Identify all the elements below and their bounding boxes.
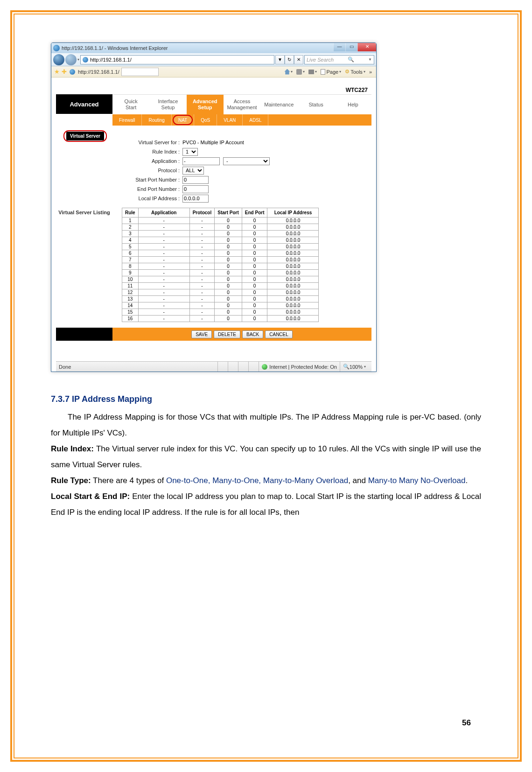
forward-button[interactable] <box>65 54 77 65</box>
save-button[interactable]: SAVE <box>191 330 212 338</box>
minimize-button[interactable]: — <box>333 43 345 51</box>
protocol-select[interactable]: ALL <box>182 167 204 175</box>
table-cell: - <box>138 309 189 316</box>
table-cell: 0 <box>215 289 242 296</box>
table-cell: - <box>189 244 215 250</box>
feed-icon <box>296 69 302 75</box>
table-row[interactable]: 13--000.0.0.0 <box>122 296 319 302</box>
table-cell: 10 <box>122 276 139 283</box>
table-cell: - <box>189 289 215 296</box>
print-button[interactable]: ▾ <box>307 70 318 74</box>
status-zoom[interactable]: 🔍 100% ▾ <box>340 362 369 372</box>
back-button[interactable] <box>53 54 64 65</box>
local-ip-input[interactable] <box>182 195 209 203</box>
tab-maintenance[interactable]: Maintenance <box>260 95 297 114</box>
table-row[interactable]: 8--000.0.0.0 <box>122 263 319 270</box>
tab-quick-start[interactable]: QuickStart <box>112 95 149 114</box>
print-icon <box>308 70 314 74</box>
table-row[interactable]: 5--000.0.0.0 <box>122 244 319 250</box>
end-port-input[interactable] <box>182 185 209 193</box>
chevron-down-icon: ▾ <box>364 365 366 369</box>
table-row[interactable]: 7--000.0.0.0 <box>122 257 319 263</box>
add-favorites-icon[interactable]: ✚ <box>62 68 67 75</box>
table-cell: 0.0.0.0 <box>267 244 319 250</box>
tab-access-management[interactable]: AccessManagement <box>224 95 260 114</box>
table-cell: - <box>138 276 189 283</box>
history-dropdown-icon[interactable]: ▾ <box>77 57 79 62</box>
table-cell: 0 <box>215 309 242 316</box>
zoom-value: 100% <box>350 364 363 370</box>
subnav-nat[interactable]: NAT <box>172 114 194 126</box>
table-cell: - <box>138 316 189 322</box>
search-icon[interactable]: 🔍 <box>348 56 354 63</box>
search-dropdown-icon[interactable]: ▼ <box>368 57 372 62</box>
cancel-button[interactable]: CANCEL <box>265 330 293 338</box>
application-select[interactable]: - <box>223 157 270 165</box>
table-cell: 0.0.0.0 <box>267 302 319 309</box>
tab-status[interactable]: Status <box>297 95 334 114</box>
zoom-icon: 🔍 <box>343 364 350 370</box>
stop-button[interactable]: ✕ <box>294 55 303 64</box>
table-row[interactable]: 4--000.0.0.0 <box>122 237 319 244</box>
table-row[interactable]: 1--000.0.0.0 <box>122 218 319 224</box>
table-cell: 0 <box>242 237 267 244</box>
back-button-form[interactable]: BACK <box>242 330 263 338</box>
table-cell: - <box>138 237 189 244</box>
search-input[interactable]: Live Search 🔍 ▼ <box>304 55 374 64</box>
tab-advanced-setup[interactable]: AdvancedSetup <box>187 95 224 114</box>
delete-button[interactable]: DELETE <box>214 330 240 338</box>
table-cell: - <box>189 231 215 237</box>
feeds-button[interactable]: ▾ <box>295 69 306 75</box>
maximize-button[interactable]: ▭ <box>345 43 357 51</box>
table-row[interactable]: 9--000.0.0.0 <box>122 270 319 276</box>
table-cell: 11 <box>122 283 139 289</box>
table-cell: 0 <box>215 316 242 322</box>
table-row[interactable]: 15--000.0.0.0 <box>122 309 319 316</box>
subnav-qos[interactable]: QoS <box>194 114 217 126</box>
table-cell: - <box>138 224 189 231</box>
table-cell: 0 <box>242 270 267 276</box>
tools-menu[interactable]: ⚙Tools▾ <box>343 69 367 75</box>
overflow-chevron-icon[interactable]: » <box>368 69 373 75</box>
tab-title[interactable]: http://192.168.1.1/ <box>78 69 119 75</box>
model-label: WTC227 <box>56 87 371 93</box>
address-bar[interactable]: http://192.168.1.1/ <box>80 55 274 64</box>
th-protocol: Protocol <box>189 208 215 218</box>
table-row[interactable]: 6--000.0.0.0 <box>122 250 319 257</box>
status-seg-empty <box>248 362 259 372</box>
table-cell: 4 <box>122 237 139 244</box>
table-row[interactable]: 11--000.0.0.0 <box>122 283 319 289</box>
status-zone[interactable]: Internet | Protected Mode: On <box>259 362 340 372</box>
ie-window: http://192.168.1.1/ - Windows Internet E… <box>51 42 377 372</box>
start-port-input[interactable] <box>182 176 209 184</box>
table-cell: 0 <box>215 224 242 231</box>
address-dropdown-icon[interactable]: ▼ <box>275 55 285 64</box>
table-cell: 0.0.0.0 <box>267 231 319 237</box>
application-input[interactable] <box>182 157 220 165</box>
table-row[interactable]: 14--000.0.0.0 <box>122 302 319 309</box>
subnav-vlan[interactable]: VLAN <box>217 114 243 126</box>
table-cell: - <box>189 302 215 309</box>
favorites-star-icon[interactable]: ★ <box>54 68 60 75</box>
table-row[interactable]: 16--000.0.0.0 <box>122 316 319 322</box>
table-row[interactable]: 10--000.0.0.0 <box>122 276 319 283</box>
page-menu[interactable]: Page▾ <box>319 69 343 75</box>
table-row[interactable]: 2--000.0.0.0 <box>122 224 319 231</box>
subnav-adsl[interactable]: ADSL <box>243 114 268 126</box>
tab-help[interactable]: Help <box>335 95 371 114</box>
label-application: Application : <box>122 158 182 164</box>
tab-interface-setup[interactable]: InterfaceSetup <box>149 95 186 114</box>
table-row[interactable]: 3--000.0.0.0 <box>122 231 319 237</box>
home-button[interactable]: ▾ <box>283 69 294 75</box>
table-cell: 16 <box>122 316 139 322</box>
nav-toolbar: ▾ http://192.168.1.1/ ▼ ↻ ✕ Live Search … <box>51 53 376 66</box>
table-cell: - <box>189 237 215 244</box>
subnav-routing[interactable]: Routing <box>142 114 171 126</box>
table-cell: 0 <box>215 231 242 237</box>
refresh-button[interactable]: ↻ <box>285 55 294 64</box>
subnav-firewall[interactable]: Firewall <box>112 114 142 126</box>
rule-index-select[interactable]: 1 <box>182 148 198 156</box>
table-row[interactable]: 12--000.0.0.0 <box>122 289 319 296</box>
page-menu-label: Page <box>326 69 338 75</box>
close-button[interactable]: ✕ <box>357 43 376 51</box>
